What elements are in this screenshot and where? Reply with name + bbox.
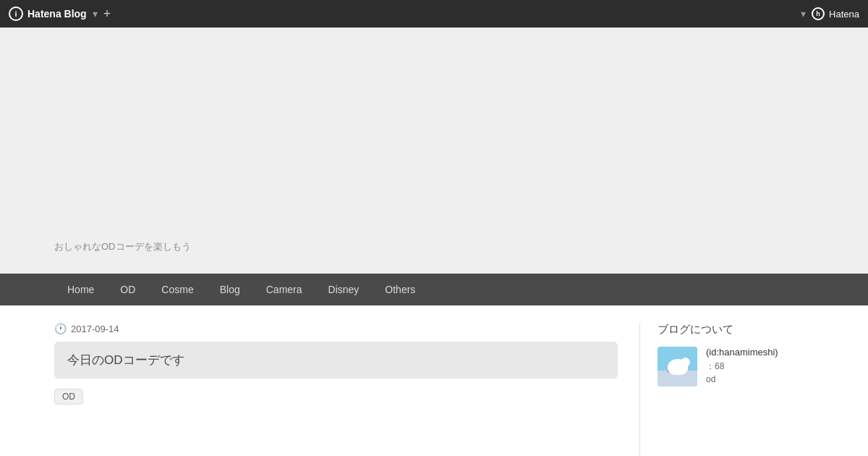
article-title-box: 今日のODコーデです (54, 342, 618, 379)
article-tag[interactable]: OD (54, 389, 83, 405)
category-nav-disney[interactable]: Disney (315, 274, 373, 305)
top-nav-left: i Hatena Blog ▾ + (9, 7, 111, 21)
hatena-blog-logo[interactable]: i Hatena Blog (9, 7, 87, 21)
sidebar: ブログについて (id:hanamimeshi) ：68 od (640, 323, 814, 456)
hatena-logo-icon: i (9, 7, 23, 21)
category-nav-others[interactable]: Others (372, 274, 428, 305)
profile-info: (id:hanamimeshi) ：68 od (706, 347, 814, 384)
category-nav-cosme[interactable]: Cosme (148, 274, 206, 305)
nav-dropdown-dot[interactable]: ▾ (93, 8, 98, 20)
hero-banner: おしゃれなODコーデを楽しもう (0, 28, 868, 274)
hatena-right-icon: h (812, 7, 825, 20)
nav-plus-button[interactable]: + (103, 7, 111, 20)
article-section: 🕐 2017-09-14 今日のODコーデです OD (54, 323, 639, 456)
profile-count: ：68 (706, 360, 814, 373)
top-nav-right-dot[interactable]: ▾ (801, 8, 806, 20)
article-date-text: 2017-09-14 (71, 324, 119, 334)
category-nav-camera[interactable]: Camera (253, 274, 315, 305)
top-nav: i Hatena Blog ▾ + ▾ h Hatena (0, 0, 868, 28)
article-date: 🕐 2017-09-14 (54, 323, 618, 334)
sidebar-profile: (id:hanamimeshi) ：68 od (658, 347, 814, 387)
category-nav-home[interactable]: Home (54, 274, 107, 305)
top-nav-right: ▾ h Hatena (801, 7, 859, 20)
sidebar-section-title: ブログについて (658, 323, 814, 337)
hero-subtitle: おしゃれなODコーデを楽しもう (54, 240, 191, 259)
main-content: 🕐 2017-09-14 今日のODコーデです OD ブログについて (id:h… (0, 305, 868, 456)
profile-tag-od: od (706, 374, 814, 384)
profile-avatar (658, 347, 697, 387)
category-nav-blog[interactable]: Blog (207, 274, 253, 305)
clock-icon: 🕐 (54, 323, 67, 334)
hatena-blog-title: Hatena Blog (27, 8, 87, 20)
hatena-right-brand: Hatena (829, 9, 859, 20)
article-title: 今日のODコーデです (67, 353, 184, 367)
bird-head (681, 358, 690, 367)
hatena-right-logo[interactable]: h Hatena (812, 7, 859, 20)
category-nav: Home OD Cosme Blog Camera Disney Others (0, 274, 868, 305)
category-nav-od[interactable]: OD (107, 274, 148, 305)
profile-name[interactable]: (id:hanamimeshi) (706, 347, 814, 358)
profile-avatar-image (658, 347, 697, 387)
